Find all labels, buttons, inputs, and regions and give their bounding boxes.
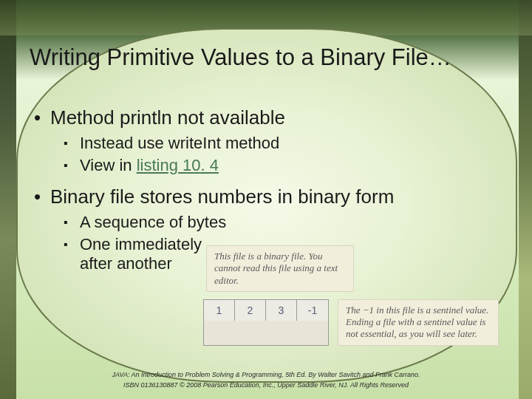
- graphic-area: This file is a binary file. You cannot r…: [203, 245, 514, 346]
- bullet-level2: A sequence of bytes: [30, 213, 510, 232]
- footer-line1: JAVA: An Introduction to Problem Solving…: [0, 370, 532, 381]
- background-right-strip: [519, 0, 532, 399]
- byte-cell: 3: [266, 300, 297, 321]
- byte-cell: -1: [297, 300, 328, 321]
- byte-cell: 2: [235, 300, 266, 321]
- listing-link[interactable]: listing 10. 4: [137, 156, 219, 174]
- note-binary-file: This file is a binary file. You cannot r…: [206, 245, 354, 292]
- bullet-level2: Instead use writeInt method: [30, 134, 510, 153]
- slide-title: Writing Primitive Values to a Binary Fil…: [30, 44, 517, 71]
- text: One immediately after another: [80, 235, 205, 273]
- byte-cell: 1: [204, 300, 235, 321]
- text: View in: [80, 156, 137, 174]
- bullet-level1: Binary file stores numbers in binary for…: [30, 185, 510, 208]
- bullet-level1: Method println not available: [30, 106, 510, 129]
- footer: JAVA: An Introduction to Problem Solving…: [0, 370, 532, 390]
- footer-line2: ISBN 0136130887 © 2008 Pearson Education…: [0, 381, 532, 391]
- background-left-strip: [0, 0, 16, 399]
- byte-table: 1 2 3 -1: [203, 299, 329, 346]
- note-sentinel: The −1 in this file is a sentinel value.…: [338, 299, 499, 346]
- bullet-level2: View in listing 10. 4: [30, 156, 510, 175]
